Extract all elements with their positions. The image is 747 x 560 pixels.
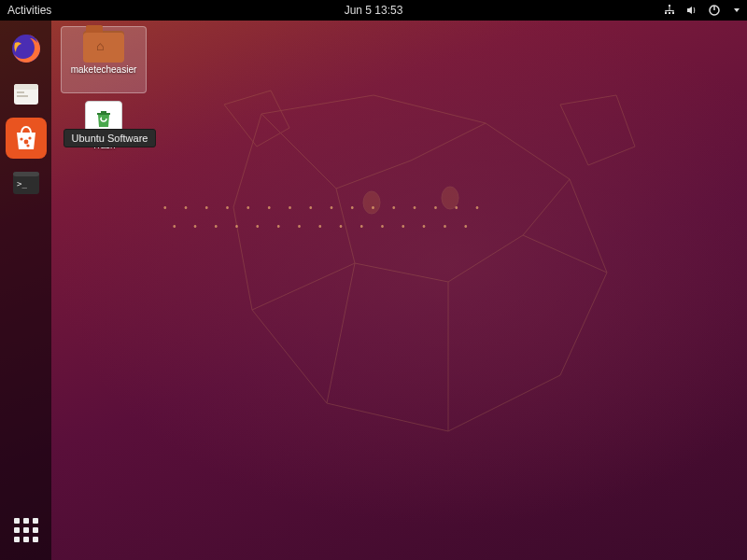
folder-icon: ⌂ — [83, 31, 124, 63]
svg-rect-5 — [666, 10, 674, 11]
volume-icon[interactable] — [685, 4, 698, 17]
svg-rect-7 — [673, 10, 674, 12]
svg-rect-16 — [101, 111, 106, 113]
svg-rect-22 — [17, 95, 28, 97]
dock-item-ubuntu-software[interactable]: Ubuntu Software — [6, 118, 47, 159]
dock-item-files[interactable] — [6, 73, 47, 114]
top-bar: Activities Jun 5 13:53 — [0, 0, 747, 21]
svg-rect-28 — [13, 172, 39, 176]
svg-rect-21 — [17, 91, 24, 93]
files-icon — [9, 77, 43, 110]
svg-rect-6 — [666, 10, 667, 12]
shopping-bag-icon — [11, 123, 41, 153]
home-icon: ⌂ — [96, 38, 104, 53]
svg-rect-20 — [14, 84, 38, 90]
svg-point-25 — [28, 136, 31, 139]
svg-text:>_: >_ — [17, 179, 27, 189]
terminal-icon: >_ — [9, 166, 43, 200]
svg-point-23 — [23, 140, 28, 145]
svg-rect-3 — [672, 12, 674, 14]
wallpaper-dots: • • • • • • • • • • • • • • • — [173, 221, 474, 231]
dock-item-firefox[interactable] — [6, 28, 47, 69]
power-icon[interactable] — [708, 4, 721, 17]
dock-tooltip: Ubuntu Software — [63, 129, 157, 147]
show-applications-button[interactable] — [6, 510, 47, 551]
svg-rect-0 — [669, 5, 670, 7]
network-icon[interactable] — [663, 4, 676, 17]
svg-rect-2 — [669, 12, 670, 14]
wallpaper-dots: • • • • • • • • • • • • • • • • — [163, 203, 486, 213]
svg-point-26 — [26, 144, 29, 147]
firefox-icon — [9, 32, 43, 65]
svg-rect-1 — [665, 12, 667, 14]
svg-rect-15 — [97, 113, 110, 115]
dock-item-terminal[interactable]: >_ — [6, 162, 47, 203]
home-folder-label: maketecheasier — [71, 64, 137, 75]
svg-rect-4 — [669, 7, 670, 10]
svg-point-24 — [20, 137, 22, 140]
dock: Ubuntu Software >_ — [0, 21, 51, 560]
svg-marker-10 — [233, 95, 607, 431]
system-menu-chevron-icon[interactable] — [734, 8, 740, 12]
svg-marker-12 — [560, 95, 635, 165]
home-folder-icon[interactable]: ⌂ maketecheasier — [61, 26, 147, 93]
wallpaper-art — [168, 77, 691, 469]
activities-button[interactable]: Activities — [7, 4, 51, 17]
svg-marker-11 — [224, 91, 289, 147]
clock[interactable]: Jun 5 13:53 — [345, 4, 403, 17]
desktop[interactable]: • • • • • • • • • • • • • • • • • • • • … — [0, 21, 747, 560]
